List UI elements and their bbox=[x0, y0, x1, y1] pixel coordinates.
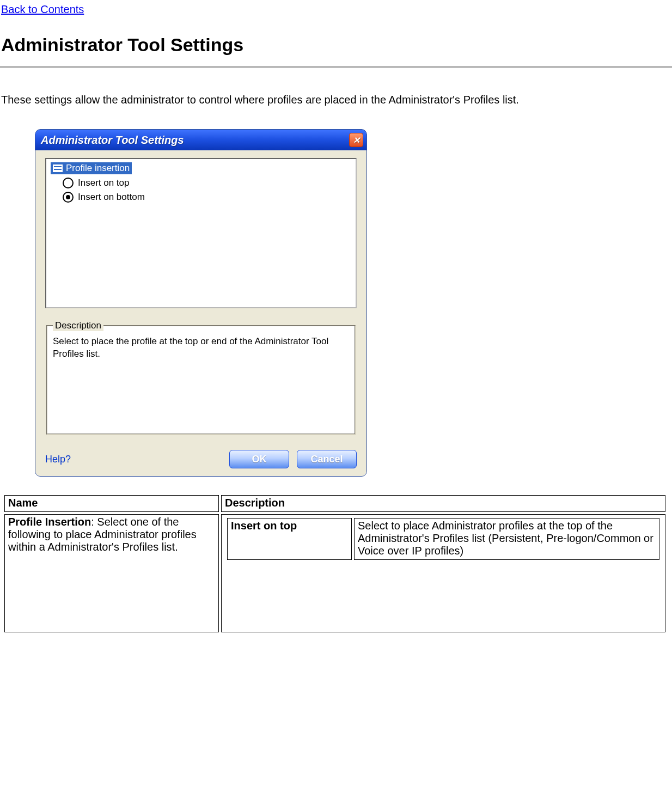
cell-name-bold: Profile Insertion bbox=[8, 516, 91, 528]
radio-insert-on-top[interactable]: Insert on top bbox=[63, 178, 351, 188]
profile-insertion-label: Profile insertion bbox=[66, 163, 130, 174]
table-row: Profile Insertion: Select one of the fol… bbox=[4, 514, 665, 632]
th-name: Name bbox=[4, 495, 219, 512]
radio-insert-on-bottom[interactable]: Insert on bottom bbox=[63, 192, 351, 203]
description-text: Select to place the profile at the top o… bbox=[53, 336, 349, 361]
dialog-title-bar: Administrator Tool Settings ✕ bbox=[35, 130, 366, 150]
help-link[interactable]: Help? bbox=[45, 454, 71, 465]
table-header-row: Name Description bbox=[4, 495, 665, 512]
ok-button[interactable]: OK bbox=[229, 450, 289, 468]
dialog-window: Administrator Tool Settings ✕ Profile in… bbox=[35, 129, 367, 477]
table-row: Insert on top Select to place Administra… bbox=[227, 518, 659, 560]
radio-label: Insert on top bbox=[78, 178, 130, 188]
description-legend: Description bbox=[53, 320, 103, 331]
cell-description: Insert on top Select to place Administra… bbox=[221, 514, 665, 632]
th-description: Description bbox=[221, 495, 665, 512]
divider bbox=[0, 66, 672, 68]
intro-text: These settings allow the administrator t… bbox=[1, 93, 650, 107]
inner-table: Insert on top Select to place Administra… bbox=[225, 516, 662, 562]
radio-icon bbox=[63, 192, 74, 203]
cell-option: Insert on top bbox=[227, 518, 352, 560]
cancel-button[interactable]: Cancel bbox=[297, 450, 357, 468]
back-to-contents-link[interactable]: Back to Contents bbox=[1, 3, 84, 16]
radio-icon bbox=[63, 178, 74, 188]
page-title: Administrator Tool Settings bbox=[1, 34, 672, 56]
profile-insertion-header[interactable]: Profile insertion bbox=[51, 162, 132, 174]
radio-label: Insert on bottom bbox=[78, 192, 145, 203]
settings-listbox[interactable]: Profile insertion Insert on top Insert o… bbox=[45, 158, 357, 308]
list-icon bbox=[53, 164, 63, 172]
cell-option-desc: Select to place Administrator profiles a… bbox=[354, 518, 659, 560]
dialog-title: Administrator Tool Settings bbox=[41, 134, 184, 147]
dialog-screenshot: Administrator Tool Settings ✕ Profile in… bbox=[35, 129, 366, 477]
close-icon[interactable]: ✕ bbox=[349, 133, 363, 147]
settings-table: Name Description Profile Insertion: Sele… bbox=[2, 493, 668, 635]
description-fieldset: Description Select to place the profile … bbox=[46, 320, 356, 435]
cell-name: Profile Insertion: Select one of the fol… bbox=[4, 514, 219, 632]
